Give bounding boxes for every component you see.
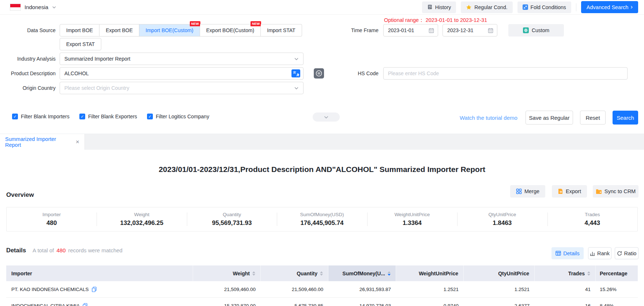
merge-label: Merge — [524, 188, 539, 194]
view-rank-button[interactable]: Rank — [588, 247, 611, 259]
column-header-quantity[interactable]: Quantity — [261, 265, 328, 281]
calendar-icon — [488, 28, 493, 33]
importer-name-link[interactable]: INDOCHEMICAL CITRA KIMIA — [11, 303, 80, 306]
fold-conditions-label: Fold Conditions — [531, 4, 566, 10]
overview-stats-bar: Importer 480 Weight 132,032,496.25 Quant… — [6, 207, 638, 232]
stat-importer: Importer 480 — [7, 207, 97, 231]
checkbox-checked-icon — [79, 114, 85, 119]
save-as-regular-button[interactable]: Save as Regular — [526, 111, 573, 125]
filter-blank-importers-checkbox[interactable]: Filter Blank Importers — [12, 114, 69, 119]
history-label: History — [435, 4, 451, 10]
origin-country-placeholder: Please select Origin Country — [64, 85, 129, 91]
details-heading: Details — [6, 247, 26, 254]
reset-button[interactable]: Reset — [580, 111, 606, 125]
fold-icon — [523, 4, 528, 10]
ratio-cycle-icon — [617, 251, 622, 256]
table-row: PT. KAO INDONESIA CHEMICALS 21,509,460.0… — [6, 281, 638, 298]
save-as-regular-label: Save as Regular — [529, 115, 570, 121]
data-source-export-boe[interactable]: Export BOE — [99, 24, 139, 37]
history-icon — [427, 4, 433, 10]
data-source-export-boe-custom[interactable]: Export BOE(Custom) NEW — [200, 24, 261, 37]
data-source-option-label: Import BOE — [66, 27, 93, 33]
data-source-import-stat[interactable]: Import STAT — [261, 24, 302, 37]
collapse-conditions-button[interactable] — [313, 112, 340, 122]
filter-checkbox-row: Filter Blank Importers Filter Blank Expo… — [12, 114, 209, 119]
export-button[interactable]: Export — [552, 185, 587, 198]
filter-logitics-company-checkbox[interactable]: Filter Logitics Company — [147, 114, 209, 119]
industry-analysis-select[interactable]: Summarized Importer Report — [60, 53, 304, 65]
close-icon[interactable]: × — [76, 139, 79, 145]
column-label: Percentage — [600, 271, 627, 276]
chevron-down-icon — [294, 57, 299, 61]
advanced-search-button[interactable]: Advanced Search › — [581, 1, 638, 13]
chevron-right-icon: › — [630, 4, 633, 10]
column-header-importer: Importer — [6, 265, 193, 281]
view-details-button[interactable]: Details — [551, 247, 584, 259]
checkbox-checked-icon — [12, 114, 18, 119]
fold-conditions-button[interactable]: Fold Conditions — [517, 1, 571, 13]
tab-summarized-importer-report[interactable]: Summarized Importer Report × — [0, 134, 85, 150]
stat-label: Weight — [134, 212, 150, 217]
sync-to-crm-button[interactable]: Sync to CRM — [593, 185, 639, 198]
qty-unit-price-cell: 2.6377 — [464, 303, 535, 306]
chevron-down-icon — [324, 115, 329, 120]
topbar-actions: History Regular Cond. Fold Conditions Ad… — [422, 1, 644, 13]
stat-label: Trades — [585, 212, 600, 217]
new-badge: NEW — [251, 21, 261, 26]
weight-unit-price-cell: 1.2521 — [396, 287, 464, 292]
export-icon — [558, 188, 563, 194]
tab-title: Summarized Importer Report — [5, 136, 71, 148]
data-source-option-label: Export BOE(Custom) — [206, 27, 254, 33]
translate-icon[interactable]: A — [291, 69, 300, 77]
copy-icon[interactable] — [83, 303, 87, 306]
column-label: Importer — [11, 271, 32, 276]
stat-weight-unit-price: WeightUnitPrice 1.3364 — [367, 207, 457, 231]
sort-icon[interactable] — [587, 271, 590, 276]
data-source-export-stat[interactable]: Export STAT — [60, 38, 101, 50]
view-details-label: Details — [563, 250, 579, 256]
view-ratio-button[interactable]: Ratio — [615, 247, 639, 259]
sort-icon[interactable] — [320, 271, 323, 276]
stat-label: SumOfMoney(USD) — [300, 212, 344, 217]
stat-value: 132,032,496.25 — [120, 219, 163, 227]
custom-range-button[interactable]: Custom — [508, 24, 564, 37]
stat-trades: Trades 4,443 — [547, 207, 637, 231]
search-button[interactable]: Search — [613, 111, 638, 125]
export-label: Export — [566, 188, 581, 194]
start-date-input[interactable]: 2023-01-01 — [383, 24, 438, 37]
thesaurus-icon[interactable] — [314, 68, 324, 79]
view-ratio-label: Ratio — [624, 250, 637, 256]
column-header-weight[interactable]: Weight — [193, 265, 261, 281]
column-label: QtyUnitPrice — [498, 271, 529, 276]
history-button[interactable]: History — [422, 1, 456, 13]
top-bar: Indonesia History Regular Cond. — [0, 0, 644, 15]
regular-cond-label: Regular Cond. — [474, 4, 507, 10]
hs-code-input[interactable] — [384, 70, 624, 76]
end-date-value: 2023-12-31 — [447, 27, 474, 33]
copy-icon[interactable] — [92, 287, 97, 292]
country-selector[interactable]: Indonesia — [10, 4, 56, 11]
column-header-sum-of-money[interactable]: SumOfMoney(U... — [328, 265, 396, 281]
data-source-import-boe[interactable]: Import BOE — [60, 24, 99, 37]
end-date-input[interactable]: 2023-12-31 — [442, 24, 497, 37]
chevron-down-icon — [294, 86, 299, 91]
report-title: 2023/01/01-2023/12/31,Product Descriptio… — [0, 165, 644, 174]
merge-button[interactable]: Merge — [510, 185, 545, 198]
filter-blank-exporters-checkbox[interactable]: Filter Blank Exporters — [79, 114, 137, 119]
data-source-import-boe-custom[interactable]: Import BOE(Custom) NEW — [139, 24, 200, 37]
merge-icon — [516, 188, 522, 194]
column-header-trades[interactable]: Trades — [535, 265, 596, 281]
tutorial-demo-link[interactable]: Watch the tutorial demo — [460, 111, 517, 125]
stat-qty-unit-price: QtyUnitPrice 1.8463 — [457, 207, 547, 231]
trades-cell: 16 — [535, 303, 596, 306]
checkbox-label: Filter Logitics Company — [156, 114, 209, 119]
data-source-option-label: Import STAT — [267, 27, 295, 33]
sort-icon-active-desc[interactable] — [388, 271, 391, 276]
sort-icon[interactable] — [252, 271, 255, 276]
product-description-input[interactable] — [60, 70, 291, 76]
origin-country-select[interactable]: Please select Origin Country — [60, 82, 304, 94]
column-label: SumOfMoney(U... — [342, 271, 385, 276]
importer-name-link[interactable]: PT. KAO INDONESIA CHEMICALS — [11, 287, 89, 292]
regular-cond-button[interactable]: Regular Cond. — [461, 1, 512, 13]
product-description-label: Product Description — [0, 67, 56, 80]
